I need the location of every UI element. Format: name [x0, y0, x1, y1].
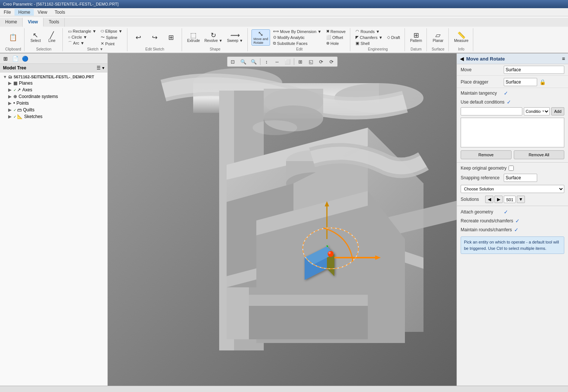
conditions-textarea[interactable] — [461, 118, 564, 147]
move-rotate-icon: ⤡ — [258, 30, 263, 37]
tree-item-planes[interactable]: ▶ ▦ Planes — [0, 80, 107, 86]
tab-tools[interactable]: Tools — [43, 18, 65, 27]
choose-solution-dropdown[interactable]: Choose Solution — [461, 185, 564, 193]
chamfers-btn[interactable]: ◤ Chamfers ▼ — [354, 35, 384, 40]
recreate-check[interactable]: ✓ — [515, 218, 520, 224]
tree-doc-btn[interactable]: 📄 — [11, 55, 19, 63]
tree-item-quilts[interactable]: ▶ ✓ 🗃 Quilts — [0, 107, 107, 113]
maintain-check[interactable]: ✓ — [514, 227, 519, 233]
menu-file[interactable]: File — [0, 9, 14, 16]
vp-pan-btn[interactable]: ↕ — [262, 58, 272, 66]
editsketch-btn2[interactable]: ↪ — [147, 33, 162, 42]
solution-dropdown-btn[interactable]: ▼ — [517, 196, 525, 203]
vp-zoom-out-btn[interactable]: 🔍 — [249, 58, 259, 66]
panel-back-btn[interactable]: ◀ — [460, 56, 464, 62]
tab-home[interactable]: Home — [0, 18, 23, 27]
arc-icon: ⌒ — [68, 40, 72, 46]
tree-item-axes[interactable]: ▶ ✓ ↗ Axes — [0, 86, 107, 93]
hole-btn[interactable]: ⊗ Hole — [325, 40, 347, 46]
line-btn[interactable]: ╱ Line — [45, 31, 59, 43]
engineering-items: ◠ Rounds ▼ ◤ Chamfers ▼ ▣ Shell ◇ — [354, 28, 401, 46]
substitute-faces-btn[interactable]: ⧉ Substitute Faces — [272, 40, 323, 46]
sweep-btn[interactable]: ⟿ Sweep ▼ — [225, 31, 244, 43]
tree-item-coordsys[interactable]: ▶ ⊕ Coordinate systems — [0, 93, 107, 100]
defaults-label: Use default conditions — [461, 99, 504, 105]
clipboard-btn[interactable]: 📋 — [6, 33, 20, 42]
tree-item-root[interactable]: ▼ 🗂 5671162-SEITENTEIL-FESTL-_DEMO.PRT — [0, 74, 107, 80]
vp-reset-btn[interactable]: ⟳ — [327, 58, 337, 66]
snapping-input[interactable] — [504, 174, 537, 182]
lock-icon[interactable]: 🔒 — [539, 79, 546, 85]
orig-geom-checkbox[interactable] — [509, 166, 514, 171]
tree-collapse-icon[interactable]: ▾ — [102, 65, 104, 71]
attach-check[interactable]: ✓ — [504, 209, 508, 215]
circle-btn[interactable]: ○ Circle ▼ — [66, 35, 98, 40]
arc-btn[interactable]: ⌒ Arc ▼ — [66, 40, 98, 46]
add-btn[interactable]: Add — [551, 107, 564, 115]
point-btn[interactable]: ✕ Point — [99, 41, 124, 46]
vp-shaded-btn[interactable]: ⊞ — [296, 58, 305, 66]
tree-item-points[interactable]: ▶ • Points — [0, 100, 107, 107]
revolve-btn[interactable]: ↻ Revolve ▼ — [203, 31, 224, 43]
vp-orbit-btn[interactable]: ↔ — [272, 58, 282, 66]
rectangle-btn[interactable]: ▭ Rectangle ▼ — [66, 29, 98, 34]
tab-view[interactable]: View — [23, 18, 43, 27]
editsketch-btn3[interactable]: ⊞ — [164, 33, 179, 42]
tangency-check[interactable]: ✓ — [504, 90, 508, 96]
offset-btn[interactable]: ⬜ Offset — [325, 35, 347, 40]
modify-analytic-btn[interactable]: ⊙ Modify Analytic — [272, 35, 323, 40]
tree-item-sketches[interactable]: ▶ ✓ 📐 Sketches — [0, 113, 107, 120]
svg-point-34 — [328, 251, 334, 257]
menu-bar: File Home View Tools — [0, 8, 568, 16]
title-text: Creo Parametric - [5671162-SEITENTEIL-FE… — [3, 2, 119, 6]
menu-home[interactable]: Home — [14, 9, 34, 16]
panel-orig-geom-row: Keep original geometry — [457, 164, 568, 172]
shell-btn[interactable]: ▣ Shell — [354, 40, 384, 46]
ribbon-group-edit: ⤡ Move andRotate ⟺ Move By Dimension ▼ ⊙… — [249, 28, 350, 51]
move-input[interactable] — [504, 66, 564, 74]
menu-tools[interactable]: Tools — [51, 9, 69, 16]
next-solution-btn[interactable]: ▶ — [494, 196, 503, 203]
move-rotate-btn[interactable]: ⤡ Move andRotate — [251, 29, 270, 46]
panel-options-icon[interactable]: ≡ — [562, 56, 565, 62]
tree-settings-icon[interactable]: ☰ — [97, 65, 101, 71]
panel-recreate-row: Recreate rounds/chamfers ✓ — [457, 216, 568, 225]
spline-btn[interactable]: 〜 Spline — [99, 34, 124, 40]
model-3d[interactable] — [108, 53, 457, 386]
tree-circle-btn[interactable]: 🔵 — [21, 55, 29, 63]
pattern-btn[interactable]: ⊞ Pattern — [409, 31, 423, 43]
remove-btn[interactable]: ✖ Remove — [325, 29, 347, 34]
rounds-icon: ◠ — [356, 29, 359, 34]
condition-dropdown[interactable]: Conditio ▼ — [524, 107, 550, 115]
measure-btn[interactable]: 📏 Measure — [452, 31, 470, 43]
editsketch-btn1[interactable]: ↩ — [131, 33, 146, 42]
vp-rotate-btn[interactable]: ⟳ — [317, 58, 326, 66]
viewport[interactable]: ⊡ 🔍 🔍 ↕ ↔ ⬜ ⊞ ◱ ⟳ ⟳ — [108, 53, 457, 386]
ellipse-btn[interactable]: ⬭ Ellipse ▼ — [99, 28, 124, 34]
menu-view[interactable]: View — [34, 9, 51, 16]
dragger-input[interactable] — [504, 78, 537, 86]
coordsys-icon: ⊕ — [13, 94, 17, 99]
ribbon-group-selection: ↖ Select ╱ Line Selection — [25, 28, 63, 51]
remove-btn-row: Remove Remove All — [461, 150, 564, 159]
defaults-check[interactable]: ✓ — [507, 99, 511, 105]
extrude-btn[interactable]: ⬚ Extrude — [186, 31, 201, 43]
tree-view-btn[interactable]: ⊞ — [1, 55, 10, 63]
vp-view-btn[interactable]: ⬜ — [283, 58, 292, 66]
rounds-btn[interactable]: ◠ Rounds ▼ — [354, 29, 384, 34]
select-icon: ↖ — [33, 32, 38, 39]
remove-all-btn[interactable]: Remove All — [514, 150, 565, 159]
prev-solution-btn[interactable]: ◀ — [485, 196, 493, 203]
vp-wire-btn[interactable]: ◱ — [306, 58, 316, 66]
vp-zoom-fit-btn[interactable]: ⊡ — [228, 58, 238, 66]
vp-zoom-in-btn[interactable]: 🔍 — [238, 58, 248, 66]
draft-btn[interactable]: ◇ Draft — [386, 35, 402, 40]
vp-sep2 — [294, 58, 294, 65]
condition-input[interactable] — [461, 107, 522, 115]
spline-icon: 〜 — [101, 35, 105, 40]
remove-btn[interactable]: Remove — [461, 150, 512, 159]
svg-point-36 — [253, 120, 297, 135]
planar-btn[interactable]: ▱ Planar — [431, 31, 445, 43]
select-btn[interactable]: ↖ Select — [28, 31, 43, 43]
move-by-dim-btn[interactable]: ⟺ Move By Dimension ▼ — [272, 29, 323, 34]
